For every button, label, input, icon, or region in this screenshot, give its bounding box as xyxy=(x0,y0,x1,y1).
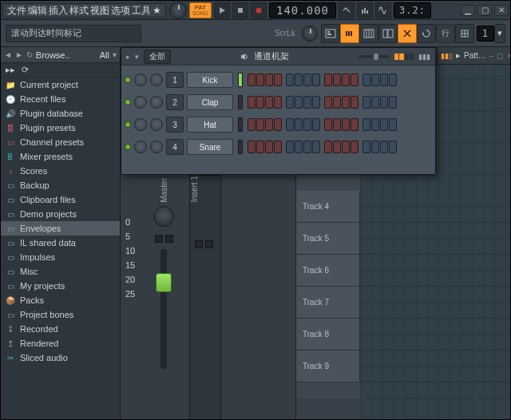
channel-number[interactable]: 2 xyxy=(166,94,184,110)
step[interactable] xyxy=(362,141,370,153)
step[interactable] xyxy=(351,73,358,86)
browser-item-15[interactable]: 📦Packs xyxy=(1,293,120,307)
menu-insert[interactable]: 插入 xyxy=(48,4,69,17)
channel-select-bar[interactable] xyxy=(238,140,243,154)
pattern-close-icon[interactable]: ✕ xyxy=(507,52,510,60)
channel-number[interactable]: 1 xyxy=(166,72,184,88)
step[interactable] xyxy=(342,141,350,153)
menu-style[interactable]: 样式 xyxy=(69,4,89,17)
step[interactable] xyxy=(351,118,358,131)
step[interactable] xyxy=(248,118,256,131)
step[interactable] xyxy=(312,118,320,131)
view-browser-button[interactable] xyxy=(378,24,398,43)
step[interactable] xyxy=(303,96,311,109)
step[interactable] xyxy=(295,118,303,131)
pattern-max-icon[interactable]: ▢ xyxy=(497,52,504,60)
step[interactable] xyxy=(351,141,358,153)
browser-item-12[interactable]: ▭Impulses xyxy=(1,250,120,264)
step[interactable] xyxy=(324,118,332,131)
master-io[interactable] xyxy=(155,235,173,243)
view-stepseq-button[interactable] xyxy=(340,24,359,43)
step[interactable] xyxy=(371,141,379,153)
channel-mute-led[interactable] xyxy=(125,121,131,128)
pat-song-switch[interactable]: PAT SONG xyxy=(189,2,212,18)
step[interactable] xyxy=(256,141,264,153)
rack-menu-icon[interactable]: ▸ xyxy=(126,53,130,61)
step[interactable] xyxy=(312,141,320,153)
undo-history-icon[interactable] xyxy=(417,24,436,43)
record-button[interactable] xyxy=(251,2,267,18)
step[interactable] xyxy=(295,141,303,153)
channel-mute-led[interactable] xyxy=(125,144,131,150)
rack-collapse-icon[interactable]: ▾ xyxy=(135,53,139,61)
channel-rack-window[interactable]: ▸ ▾ 全部 通道机架 ▮▮▮ 1Kick2Clap3Hat4Snare xyxy=(121,47,436,175)
track-row[interactable]: Track 5 xyxy=(296,223,510,255)
browser-item-19[interactable]: ✂Sliced audio xyxy=(1,351,120,365)
step[interactable] xyxy=(380,141,388,153)
collapse-all-icon[interactable]: ▸▸ xyxy=(6,65,15,75)
browser-item-9[interactable]: ▭Demo projects xyxy=(1,207,120,221)
step[interactable] xyxy=(265,118,273,131)
maximize-button[interactable]: ▢ xyxy=(477,5,492,16)
track-row[interactable]: Track 4 xyxy=(296,191,510,223)
step[interactable] xyxy=(274,73,282,86)
step[interactable] xyxy=(256,96,264,109)
step[interactable] xyxy=(274,96,282,109)
snap-grid-icon[interactable] xyxy=(455,24,474,43)
step[interactable] xyxy=(265,73,273,86)
step[interactable] xyxy=(342,96,350,109)
step[interactable] xyxy=(324,141,332,153)
step[interactable] xyxy=(295,73,303,86)
step[interactable] xyxy=(303,118,311,131)
track-row[interactable]: Track 7 xyxy=(296,287,510,319)
menu-options[interactable]: 选项 xyxy=(110,4,131,17)
step[interactable] xyxy=(333,118,341,131)
refresh-icon[interactable]: ⟳ xyxy=(22,65,29,75)
channel-select-bar[interactable] xyxy=(238,73,243,87)
step[interactable] xyxy=(380,118,388,131)
step[interactable] xyxy=(342,118,350,131)
browser-item-17[interactable]: ↧Recorded xyxy=(1,322,120,336)
main-volume-knob[interactable] xyxy=(169,2,187,19)
browser-item-11[interactable]: ▭IL shared data xyxy=(1,236,120,250)
step[interactable] xyxy=(312,96,320,109)
metronome-sync-icon[interactable] xyxy=(339,2,355,18)
browser-item-8[interactable]: ▭Clipboard files xyxy=(1,192,120,207)
step[interactable] xyxy=(295,96,303,109)
pattern-menu-icon[interactable]: ▸ xyxy=(456,50,461,61)
browser-item-3[interactable]: 🎛Plugin presets xyxy=(1,121,120,135)
browser-item-16[interactable]: ▭Project bones xyxy=(1,307,120,322)
step[interactable] xyxy=(380,73,388,86)
count-in-icon[interactable] xyxy=(357,2,373,18)
browser-item-13[interactable]: ▭Misc xyxy=(1,264,120,279)
track-header[interactable]: Track 4 xyxy=(296,191,360,222)
browser-item-5[interactable]: 🎚Mixer presets xyxy=(1,149,120,164)
browser-fwd-icon[interactable]: ► xyxy=(15,50,23,59)
view-pianoroll-button[interactable] xyxy=(359,24,378,43)
step[interactable] xyxy=(389,118,397,131)
browser-item-7[interactable]: ▭Backup xyxy=(1,178,120,192)
step[interactable] xyxy=(342,73,350,86)
step[interactable] xyxy=(274,141,282,153)
channel-vol-knob[interactable] xyxy=(150,96,163,109)
browser-item-10[interactable]: ▭Envelopes xyxy=(1,221,120,236)
step[interactable] xyxy=(248,73,256,86)
step[interactable] xyxy=(389,96,397,109)
track-header[interactable]: Track 9 xyxy=(296,351,360,382)
rack-options-icon[interactable]: ▮▮▮ xyxy=(418,53,430,61)
browser-reload-icon[interactable]: ↻ xyxy=(26,50,33,59)
browser-item-14[interactable]: ▭My projects xyxy=(1,279,120,293)
browser-item-4[interactable]: ▭Channel presets xyxy=(1,135,120,149)
channel-number[interactable]: 4 xyxy=(166,139,184,155)
step[interactable] xyxy=(351,96,358,109)
step[interactable] xyxy=(303,73,311,86)
channel-pan-knob[interactable] xyxy=(134,96,147,109)
view-mixer-button[interactable] xyxy=(398,24,417,43)
track-header[interactable]: Track 5 xyxy=(296,223,360,254)
menu-star[interactable]: ★ xyxy=(152,4,162,17)
track-header[interactable]: Track 6 xyxy=(296,255,360,286)
channel-pan-knob[interactable] xyxy=(134,141,147,153)
minimize-button[interactable]: ▁ xyxy=(461,5,475,16)
channel-mute-led[interactable] xyxy=(125,99,131,105)
step[interactable] xyxy=(333,96,341,109)
